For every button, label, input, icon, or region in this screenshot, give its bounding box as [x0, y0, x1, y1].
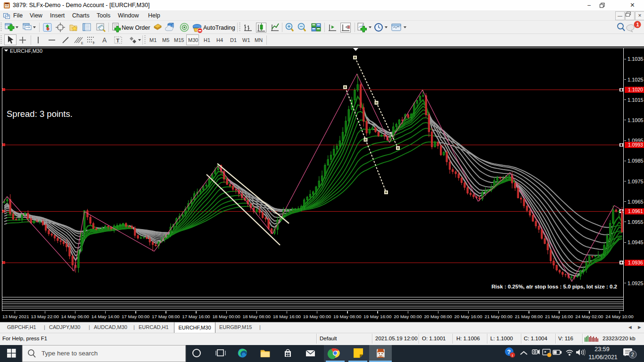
svg-text:18 May 08:00: 18 May 08:00 [243, 314, 271, 319]
svg-text:1.0925: 1.0925 [627, 280, 644, 286]
svg-text:!: ! [512, 354, 513, 358]
svg-text:14 May 06:00: 14 May 06:00 [61, 314, 90, 319]
svg-text:24 May 10:00: 24 May 10:00 [605, 314, 634, 319]
svg-text:Type here to search: Type here to search [41, 350, 98, 357]
svg-text:1: 1 [636, 22, 639, 27]
svg-text:1.0936: 1.0936 [628, 260, 643, 265]
svg-text:M1: M1 [149, 37, 157, 43]
svg-text:Risk : 0.25%, atr stop loss :: Risk : 0.25%, atr stop loss : 5.0 pips, … [491, 284, 617, 289]
svg-text:E: E [81, 41, 83, 45]
svg-text:17 May 08:00: 17 May 08:00 [152, 314, 180, 319]
svg-text:14 May 14:00: 14 May 14:00 [91, 314, 120, 319]
svg-text:1.0955: 1.0955 [627, 219, 644, 225]
svg-text:1.0993: 1.0993 [628, 142, 643, 148]
svg-text:13 May 2021: 13 May 2021 [2, 314, 29, 319]
svg-text:2: 2 [631, 352, 634, 357]
svg-text:1.0945: 1.0945 [627, 239, 644, 245]
svg-text:1.1020: 1.1020 [628, 87, 643, 92]
svg-text:17 May 00:00: 17 May 00:00 [122, 314, 150, 319]
svg-text:F: F [93, 41, 95, 45]
svg-text:A: A [102, 36, 107, 44]
svg-text:New Order: New Order [122, 25, 150, 31]
svg-text:11/06/2021: 11/06/2021 [588, 354, 618, 361]
svg-text:21 May 16:00: 21 May 16:00 [545, 314, 573, 319]
svg-text:M5: M5 [162, 37, 169, 43]
svg-text:H1: H1 [204, 37, 210, 43]
svg-text:1.1035: 1.1035 [627, 56, 644, 62]
svg-text:23:59: 23:59 [594, 346, 609, 353]
svg-text:T: T [116, 38, 120, 43]
svg-text:D1: D1 [230, 37, 237, 43]
svg-text:13 May 22:00: 13 May 22:00 [31, 314, 59, 319]
svg-text:1.0961: 1.0961 [628, 209, 643, 214]
svg-text:17 May 16:00: 17 May 16:00 [182, 314, 210, 319]
svg-text:1.0965: 1.0965 [627, 199, 644, 205]
svg-text:M30: M30 [188, 37, 198, 43]
svg-text:19 May 16:00: 19 May 16:00 [363, 314, 392, 319]
svg-text:20 May 08:00: 20 May 08:00 [424, 314, 452, 319]
svg-text:Spread: 3 points.: Spread: 3 points. [7, 109, 73, 119]
svg-text:M15: M15 [174, 37, 184, 43]
svg-text:AutoTrading: AutoTrading [203, 25, 235, 31]
svg-text:MN: MN [255, 37, 263, 43]
svg-text:20 May 00:00: 20 May 00:00 [394, 314, 422, 319]
svg-text:1.1025: 1.1025 [627, 77, 644, 82]
svg-text:24 May 02:00: 24 May 02:00 [575, 314, 603, 319]
svg-text:W1: W1 [242, 37, 250, 43]
svg-text:H4: H4 [216, 37, 223, 43]
svg-text:EURCHF,M30: EURCHF,M30 [10, 48, 42, 54]
svg-text:1.1005: 1.1005 [627, 117, 644, 123]
svg-text:20 May 16:00: 20 May 16:00 [454, 314, 483, 319]
svg-text:19 May 00:00: 19 May 00:00 [303, 314, 331, 319]
svg-text:21 May 08:00: 21 May 08:00 [515, 314, 543, 319]
svg-text:18 May 00:00: 18 May 00:00 [212, 314, 240, 319]
svg-text:18 May 16:00: 18 May 16:00 [273, 314, 301, 319]
svg-text:1.1015: 1.1015 [627, 97, 644, 103]
svg-text:21 May 00:00: 21 May 00:00 [485, 314, 513, 319]
svg-text:19 May 08:00: 19 May 08:00 [333, 314, 362, 319]
svg-text:1.0975: 1.0975 [627, 179, 644, 184]
svg-text:1.0985: 1.0985 [627, 158, 644, 164]
